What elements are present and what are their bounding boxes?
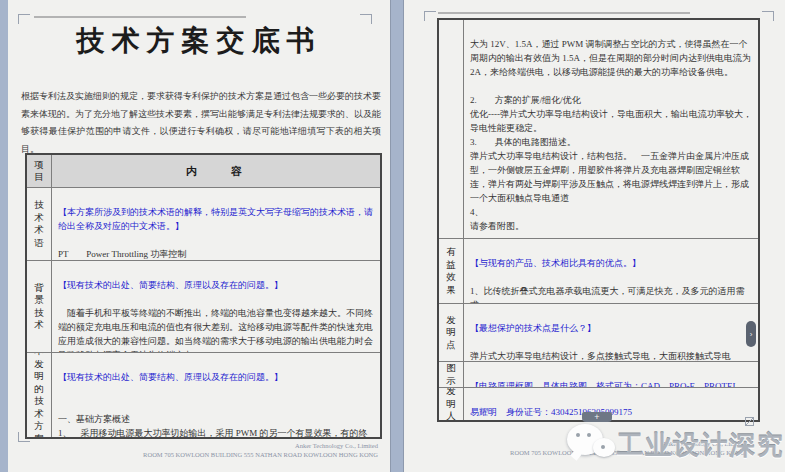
- header-rule: [438, 12, 690, 14]
- row-content-cell: 【与现有的产品、技术相比具有的优点。】 1、比传统折叠式充电器承载电流更大，可满…: [464, 239, 758, 303]
- margin-corner-mark: [762, 11, 774, 21]
- footer-company: Anker Technology Co., Limited: [48, 441, 378, 450]
- margin-corner-mark: [424, 11, 436, 21]
- page-footer: Anker Technology Co., Limited ROOM 705 K…: [48, 441, 378, 459]
- row-body-text: 随着手机和平板等终端的不断推出，终端的电池容量也变得越来越大。不同终端的额定充电…: [58, 306, 375, 352]
- watermark: 工业设计深究: [565, 420, 783, 470]
- row-label: 背景技术: [33, 282, 45, 332]
- header-item-cell: 项目: [27, 155, 52, 187]
- header-item-label: 项目: [33, 159, 45, 184]
- table-row: 图示 【电路原理框图、具体电路图，格式可为：CAD、PRO-E、PROTEL 等…: [439, 361, 758, 387]
- row-label-cell: 技术术语: [27, 188, 52, 260]
- table-row: 技术术语 【本方案所涉及到的技术术语的解释，特别是英文大写字母缩写的技术术语，请…: [27, 187, 380, 260]
- disclosure-table-page2: 大为 12V、1.5A，通过 PWM 调制调整占空比的方式，使得虽然在一个周期内…: [437, 18, 760, 422]
- row-label-cell: 本发明的技术方案: [27, 353, 52, 437]
- page-2: 大为 12V、1.5A，通过 PWM 调制调整占空比的方式，使得虽然在一个周期内…: [404, 0, 785, 472]
- row-label-cell: 发明人: [439, 388, 464, 420]
- table-row: 发明点 【最想保护的技术点是什么？】 弹片式大功率导电结构设计，多点接触式导电，…: [439, 303, 758, 361]
- row-label: 图示: [445, 362, 457, 387]
- row-content-cell: 【电路原理框图、具体电路图，格式可为：CAD、PRO-E、PROTEL 等】: [464, 362, 758, 387]
- header-content-label: 内 容: [52, 155, 380, 187]
- template-hint-text: 【最想保护的技术点是什么？】: [470, 321, 753, 335]
- template-hint-text: 【本方案所涉及到的技术术语的解释，特别是英文大写字母缩写的技术术语，请给出全称及…: [58, 205, 375, 233]
- row-label-cell: 图示: [439, 362, 464, 387]
- document-viewer-canvas: { "ui": { "watermark": { "text": "工业设计深究…: [0, 0, 785, 472]
- template-hint-text: 【现有技术的出处、简要结构、原理以及存在的问题。】: [58, 278, 375, 292]
- watermark-text: 工业设计深究: [617, 428, 785, 463]
- row-content-cell: 【最想保护的技术点是什么？】 弹片式大功率导电结构设计，多点接触式导电，大面积接…: [464, 304, 758, 361]
- row-label: 有益效果: [445, 246, 457, 296]
- row-label-cell: [439, 20, 464, 238]
- row-content-cell: 【现有技术的出处、简要结构、原理以及存在的问题。】 随着手机和平板等终端的不断推…: [52, 261, 380, 352]
- footer-address: ROOM 705 KOWLOON BUILDING 555 NATHAN ROA…: [48, 450, 378, 459]
- template-hint-text: 【与现有的产品、技术相比具有的优点。】: [470, 256, 753, 270]
- wechat-icon: [565, 422, 617, 468]
- intro-paragraph: 根据专利法及实施细则的规定，要求获得专利保护的技术方案是通过包含一些必要的技术要…: [21, 88, 381, 158]
- table-row: 本发明的技术方案 【现有技术的出处、简要结构、原理以及存在的问题。】 一、基础方…: [27, 352, 380, 437]
- scroll-handle[interactable]: ›: [746, 321, 756, 347]
- row-body-text: 1、比传统折叠式充电器承载电流更大，可满足快充，及多元的适用需求 2、比传统折叠…: [470, 284, 753, 303]
- table-row: 背景技术 【现有技术的出处、简要结构、原理以及存在的问题。】 随着手机和平板等终…: [27, 260, 380, 352]
- table-row: 有益效果 【与现有的产品、技术相比具有的优点。】 1、比传统折叠式充电器承载电流…: [439, 238, 758, 303]
- template-hint-text: 【现有技术的出处、简要结构、原理以及存在的问题。】: [58, 370, 375, 384]
- template-hint-text: 【电路原理框图、具体电路图，格式可为：CAD、PRO-E、PROTEL 等】: [470, 379, 753, 387]
- continuation-body-text: 大为 12V、1.5A，通过 PWM 调制调整占空比的方式，使得虽然在一个周期内…: [470, 37, 753, 233]
- row-content-cell: 【现有技术的出处、简要结构、原理以及存在的问题。】 一、基础方案概述 1、 采用…: [52, 353, 380, 437]
- row-label: 发明人: [445, 387, 457, 420]
- row-body-text: 弹片式大功率导电结构设计，多点接触式导电，大面积接触式导电 折叠式充电器的大功率…: [470, 349, 753, 361]
- row-label-cell: 有益效果: [439, 239, 464, 303]
- chevron-right-icon: ›: [750, 330, 753, 339]
- table-header-row: 项目 内 容: [27, 155, 380, 187]
- row-content-cell: 【本方案所涉及到的技术术语的解释，特别是英文大写字母缩写的技术术语，请给出全称及…: [52, 188, 380, 260]
- row-content-cell: 大为 12V、1.5A，通过 PWM 调制调整占空比的方式，使得虽然在一个周期内…: [464, 20, 758, 238]
- header-rule: [34, 16, 246, 18]
- disclosure-table-page1: 项目 内 容 技术术语 【本方案所涉及到的技术术语的解释，特别是英文大写字母缩写…: [25, 153, 382, 439]
- row-label-cell: 背景技术: [27, 261, 52, 352]
- row-label-cell: 发明点: [439, 304, 464, 361]
- table-row-continuation: 大为 12V、1.5A，通过 PWM 调制调整占空比的方式，使得虽然在一个周期内…: [439, 20, 758, 238]
- row-label: 发明点: [445, 314, 457, 352]
- document-title: 技术方案交底书: [8, 22, 390, 60]
- row-body-text: PT Power Throttling 功率控制 PWM 脉宽调制: [58, 247, 375, 260]
- row-label: 技术术语: [33, 199, 45, 249]
- row-body-text: 一、基础方案概述 1、 采用移动电源最大功率切始输出，采用 PWM 的另一个有显…: [58, 398, 375, 437]
- row-label: 本发明的技术方案: [33, 352, 45, 437]
- page-1: 技术方案交底书 根据专利法及实施细则的规定，要求获得专利保护的技术方案是通过包含…: [8, 0, 390, 472]
